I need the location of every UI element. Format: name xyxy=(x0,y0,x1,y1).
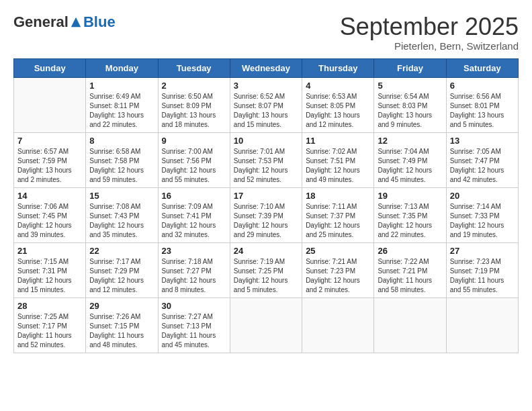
cell-content: Sunrise: 7:26 AM Sunset: 7:15 PM Dayligh… xyxy=(89,312,154,350)
calendar-cell xyxy=(230,298,302,353)
cell-content: Sunrise: 7:17 AM Sunset: 7:29 PM Dayligh… xyxy=(89,257,154,295)
cell-content: Sunrise: 7:27 AM Sunset: 7:13 PM Dayligh… xyxy=(162,312,226,350)
day-number: 6 xyxy=(450,81,515,91)
calendar-table: SundayMondayTuesdayWednesdayThursdayFrid… xyxy=(13,58,519,353)
location: Pieterlen, Bern, Switzerland xyxy=(340,40,519,52)
calendar-cell xyxy=(374,298,446,353)
day-number: 3 xyxy=(234,81,298,91)
calendar-cell: 28Sunrise: 7:25 AM Sunset: 7:17 PM Dayli… xyxy=(14,298,86,353)
day-number: 13 xyxy=(450,136,515,146)
day-number: 21 xyxy=(17,246,82,256)
logo-icon xyxy=(70,16,82,28)
cell-content: Sunrise: 6:57 AM Sunset: 7:59 PM Dayligh… xyxy=(17,147,82,185)
calendar-cell: 9Sunrise: 7:00 AM Sunset: 7:56 PM Daylig… xyxy=(158,132,230,187)
cell-content: Sunrise: 7:22 AM Sunset: 7:21 PM Dayligh… xyxy=(378,257,442,295)
calendar-cell: 30Sunrise: 7:27 AM Sunset: 7:13 PM Dayli… xyxy=(158,298,230,353)
calendar-cell: 14Sunrise: 7:06 AM Sunset: 7:45 PM Dayli… xyxy=(14,187,86,242)
cell-content: Sunrise: 6:50 AM Sunset: 8:09 PM Dayligh… xyxy=(162,92,226,130)
calendar-cell: 2Sunrise: 6:50 AM Sunset: 8:09 PM Daylig… xyxy=(158,77,230,132)
cell-content: Sunrise: 6:49 AM Sunset: 8:11 PM Dayligh… xyxy=(89,92,154,130)
day-number: 26 xyxy=(378,246,442,256)
calendar-cell: 12Sunrise: 7:04 AM Sunset: 7:49 PM Dayli… xyxy=(374,132,446,187)
calendar-cell: 4Sunrise: 6:53 AM Sunset: 8:05 PM Daylig… xyxy=(302,77,374,132)
day-number: 24 xyxy=(234,246,298,256)
cell-content: Sunrise: 7:11 AM Sunset: 7:37 PM Dayligh… xyxy=(306,202,370,240)
col-header-friday: Friday xyxy=(374,58,446,77)
logo-blue: Blue xyxy=(83,13,116,31)
day-number: 11 xyxy=(306,136,370,146)
month-title: September 2025 xyxy=(340,13,519,40)
day-number: 18 xyxy=(306,191,370,201)
col-header-monday: Monday xyxy=(86,58,158,77)
cell-content: Sunrise: 7:23 AM Sunset: 7:19 PM Dayligh… xyxy=(450,257,515,295)
day-number: 30 xyxy=(162,301,226,311)
calendar-cell: 19Sunrise: 7:13 AM Sunset: 7:35 PM Dayli… xyxy=(374,187,446,242)
col-header-tuesday: Tuesday xyxy=(158,58,230,77)
calendar-cell xyxy=(446,298,518,353)
calendar-header-row: SundayMondayTuesdayWednesdayThursdayFrid… xyxy=(14,58,519,77)
calendar-cell: 27Sunrise: 7:23 AM Sunset: 7:19 PM Dayli… xyxy=(446,242,518,298)
cell-content: Sunrise: 7:15 AM Sunset: 7:31 PM Dayligh… xyxy=(17,257,82,295)
cell-content: Sunrise: 7:08 AM Sunset: 7:43 PM Dayligh… xyxy=(89,202,154,240)
cell-content: Sunrise: 7:14 AM Sunset: 7:33 PM Dayligh… xyxy=(450,202,515,240)
calendar-cell: 17Sunrise: 7:10 AM Sunset: 7:39 PM Dayli… xyxy=(230,187,302,242)
calendar-cell: 23Sunrise: 7:18 AM Sunset: 7:27 PM Dayli… xyxy=(158,242,230,298)
calendar-cell: 10Sunrise: 7:01 AM Sunset: 7:53 PM Dayli… xyxy=(230,132,302,187)
cell-content: Sunrise: 6:56 AM Sunset: 8:01 PM Dayligh… xyxy=(450,92,515,130)
cell-content: Sunrise: 6:52 AM Sunset: 8:07 PM Dayligh… xyxy=(234,92,298,130)
day-number: 28 xyxy=(17,301,82,311)
day-number: 29 xyxy=(89,301,154,311)
col-header-sunday: Sunday xyxy=(14,58,86,77)
calendar-cell: 20Sunrise: 7:14 AM Sunset: 7:33 PM Dayli… xyxy=(446,187,518,242)
day-number: 8 xyxy=(89,136,154,146)
calendar-week-row: 1Sunrise: 6:49 AM Sunset: 8:11 PM Daylig… xyxy=(14,77,519,132)
calendar-cell: 15Sunrise: 7:08 AM Sunset: 7:43 PM Dayli… xyxy=(86,187,158,242)
cell-content: Sunrise: 7:05 AM Sunset: 7:47 PM Dayligh… xyxy=(450,147,515,185)
day-number: 12 xyxy=(378,136,442,146)
day-number: 22 xyxy=(89,246,154,256)
calendar-week-row: 7Sunrise: 6:57 AM Sunset: 7:59 PM Daylig… xyxy=(14,132,519,187)
calendar-cell: 22Sunrise: 7:17 AM Sunset: 7:29 PM Dayli… xyxy=(86,242,158,298)
day-number: 2 xyxy=(162,81,226,91)
day-number: 27 xyxy=(450,246,515,256)
logo-general: General xyxy=(13,13,69,31)
day-number: 9 xyxy=(162,136,226,146)
calendar-cell: 29Sunrise: 7:26 AM Sunset: 7:15 PM Dayli… xyxy=(86,298,158,353)
day-number: 20 xyxy=(450,191,515,201)
calendar-cell: 16Sunrise: 7:09 AM Sunset: 7:41 PM Dayli… xyxy=(158,187,230,242)
day-number: 10 xyxy=(234,136,298,146)
day-number: 7 xyxy=(17,136,82,146)
col-header-wednesday: Wednesday xyxy=(230,58,302,77)
calendar-cell: 21Sunrise: 7:15 AM Sunset: 7:31 PM Dayli… xyxy=(14,242,86,298)
cell-content: Sunrise: 7:13 AM Sunset: 7:35 PM Dayligh… xyxy=(378,202,442,240)
calendar-week-row: 14Sunrise: 7:06 AM Sunset: 7:45 PM Dayli… xyxy=(14,187,519,242)
day-number: 14 xyxy=(17,191,82,201)
calendar-cell: 7Sunrise: 6:57 AM Sunset: 7:59 PM Daylig… xyxy=(14,132,86,187)
cell-content: Sunrise: 7:18 AM Sunset: 7:27 PM Dayligh… xyxy=(162,257,226,295)
day-number: 1 xyxy=(89,81,154,91)
cell-content: Sunrise: 6:53 AM Sunset: 8:05 PM Dayligh… xyxy=(306,92,370,130)
calendar-cell: 18Sunrise: 7:11 AM Sunset: 7:37 PM Dayli… xyxy=(302,187,374,242)
svg-marker-0 xyxy=(71,17,81,27)
col-header-saturday: Saturday xyxy=(446,58,518,77)
day-number: 15 xyxy=(89,191,154,201)
calendar-cell: 26Sunrise: 7:22 AM Sunset: 7:21 PM Dayli… xyxy=(374,242,446,298)
calendar-cell xyxy=(14,77,86,132)
calendar-cell: 13Sunrise: 7:05 AM Sunset: 7:47 PM Dayli… xyxy=(446,132,518,187)
calendar-week-row: 21Sunrise: 7:15 AM Sunset: 7:31 PM Dayli… xyxy=(14,242,519,298)
calendar-cell: 6Sunrise: 6:56 AM Sunset: 8:01 PM Daylig… xyxy=(446,77,518,132)
calendar-week-row: 28Sunrise: 7:25 AM Sunset: 7:17 PM Dayli… xyxy=(14,298,519,353)
cell-content: Sunrise: 7:21 AM Sunset: 7:23 PM Dayligh… xyxy=(306,257,370,295)
day-number: 4 xyxy=(306,81,370,91)
logo: General Blue xyxy=(13,13,116,31)
calendar-cell: 3Sunrise: 6:52 AM Sunset: 8:07 PM Daylig… xyxy=(230,77,302,132)
cell-content: Sunrise: 6:58 AM Sunset: 7:58 PM Dayligh… xyxy=(89,147,154,185)
cell-content: Sunrise: 7:09 AM Sunset: 7:41 PM Dayligh… xyxy=(162,202,226,240)
page-header: General Blue September 2025 Pieterlen, B… xyxy=(13,13,519,52)
calendar-cell: 1Sunrise: 6:49 AM Sunset: 8:11 PM Daylig… xyxy=(86,77,158,132)
day-number: 16 xyxy=(162,191,226,201)
cell-content: Sunrise: 7:06 AM Sunset: 7:45 PM Dayligh… xyxy=(17,202,82,240)
day-number: 5 xyxy=(378,81,442,91)
cell-content: Sunrise: 7:25 AM Sunset: 7:17 PM Dayligh… xyxy=(17,312,82,350)
cell-content: Sunrise: 7:00 AM Sunset: 7:56 PM Dayligh… xyxy=(162,147,226,185)
